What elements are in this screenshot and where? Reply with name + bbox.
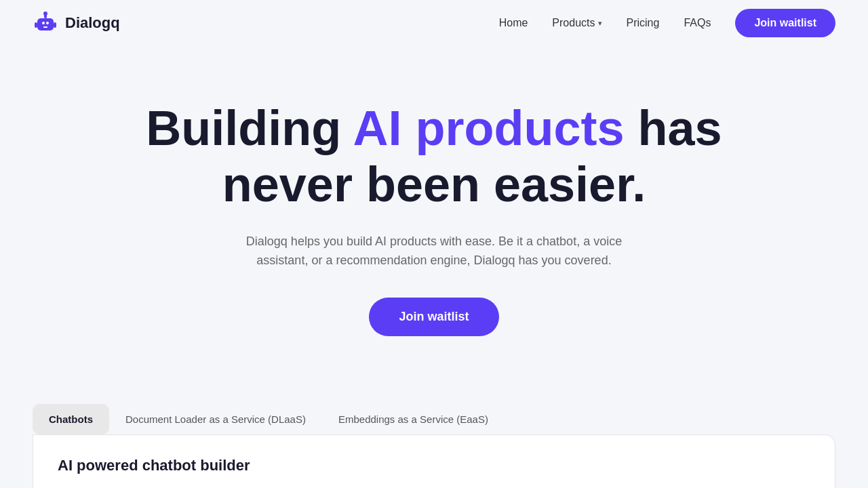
- tab-dlaas[interactable]: Document Loader as a Service (DLaaS): [109, 404, 322, 434]
- tab-chatbots[interactable]: Chatbots: [33, 404, 109, 434]
- logo-icon: [33, 10, 58, 36]
- nav-products[interactable]: Products ▾: [552, 17, 601, 29]
- navbar: Dialogq Home Products ▾ Pricing FAQs Joi…: [0, 0, 868, 46]
- tabs-bar: Chatbots Document Loader as a Service (D…: [33, 404, 835, 434]
- products-chevron-icon: ▾: [598, 19, 602, 28]
- nav-home[interactable]: Home: [499, 17, 528, 29]
- logo[interactable]: Dialogq: [33, 10, 120, 36]
- nav-join-waitlist-button[interactable]: Join waitlist: [735, 9, 835, 37]
- nav-pricing[interactable]: Pricing: [627, 17, 660, 29]
- svg-rect-2: [46, 22, 49, 24]
- logo-text: Dialogq: [65, 14, 120, 32]
- tabs-section: Chatbots Document Loader as a Service (D…: [0, 377, 868, 434]
- svg-rect-3: [43, 26, 47, 28]
- nav-links: Home Products ▾ Pricing FAQs Join waitli…: [499, 9, 835, 37]
- hero-title: Building AI products has never been easi…: [129, 100, 739, 213]
- hero-title-prefix: Building: [146, 101, 353, 155]
- tab-eaas[interactable]: Embeddings as a Service (EaaS): [322, 404, 505, 434]
- hero-join-waitlist-button[interactable]: Join waitlist: [369, 298, 498, 336]
- svg-rect-6: [35, 22, 37, 28]
- tab-content-panel: AI powered chatbot builder: [33, 434, 835, 488]
- svg-point-5: [43, 12, 47, 16]
- panel-title: AI powered chatbot builder: [58, 457, 810, 474]
- nav-faqs[interactable]: FAQs: [684, 17, 711, 29]
- svg-rect-7: [54, 22, 56, 28]
- svg-rect-1: [42, 22, 45, 24]
- hero-subtitle: Dialogq helps you build AI products with…: [231, 232, 637, 271]
- hero-section: Building AI products has never been easi…: [0, 46, 868, 377]
- hero-title-accent: AI products: [353, 101, 625, 155]
- svg-rect-0: [37, 18, 54, 30]
